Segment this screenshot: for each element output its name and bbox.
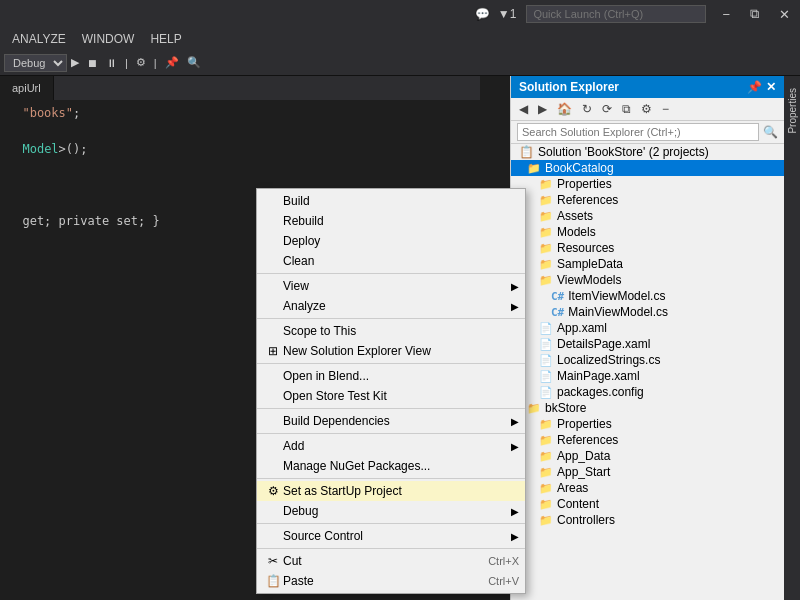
menu-help[interactable]: HELP (142, 30, 189, 48)
se-forward-btn[interactable]: ▶ (534, 100, 551, 118)
tree-item-resources[interactable]: 📁Resources (511, 240, 784, 256)
ctx-item-debug[interactable]: Debug▶ (257, 501, 525, 521)
se-search-input[interactable] (517, 123, 759, 141)
solution-explorer-title: Solution Explorer (519, 80, 619, 94)
tree-item-localizedstrings[interactable]: 📄LocalizedStrings.cs (511, 352, 784, 368)
ctx-label-build-deps: Build Dependencies (283, 414, 503, 428)
ctx-label-paste: Paste (283, 574, 472, 588)
menu-window[interactable]: WINDOW (74, 30, 143, 48)
quick-launch-input[interactable] (526, 5, 706, 23)
ctx-item-new-solution-explorer[interactable]: ⊞New Solution Explorer View (257, 341, 525, 361)
tree-label-controllers: Controllers (557, 513, 615, 527)
ctx-item-cut[interactable]: ✂CutCtrl+X (257, 551, 525, 571)
toolbar-pause[interactable]: ⏸ (102, 55, 121, 71)
ctx-item-scope[interactable]: Scope to This (257, 321, 525, 341)
toolbar-pin[interactable]: 📌 (161, 54, 183, 71)
se-back-btn[interactable]: ◀ (515, 100, 532, 118)
se-search: 🔍 (511, 121, 784, 144)
tree-item-appdata[interactable]: 📁App_Data (511, 448, 784, 464)
ctx-item-add[interactable]: Add▶ (257, 436, 525, 456)
tree-item-mainviewmodel[interactable]: C#MainViewModel.cs (511, 304, 784, 320)
ctx-item-open-blend[interactable]: Open in Blend... (257, 366, 525, 386)
ctx-item-clean[interactable]: Clean (257, 251, 525, 271)
toolbar-sep2: | (150, 55, 161, 71)
ctx-item-manage-nuget[interactable]: Manage NuGet Packages... (257, 456, 525, 476)
ctx-label-clean: Clean (283, 254, 519, 268)
tree-item-packages[interactable]: 📄packages.config (511, 384, 784, 400)
menu-analyze[interactable]: ANALYZE (4, 30, 74, 48)
tree-item-viewmodels[interactable]: 📁ViewModels (511, 272, 784, 288)
code-line-1: "books"; (8, 104, 472, 122)
se-pin-icon[interactable]: 📌 (747, 80, 762, 94)
ctx-item-paste[interactable]: 📋PasteCtrl+V (257, 571, 525, 591)
tree-item-solution[interactable]: 📋 Solution 'BookStore' (2 projects) (511, 144, 784, 160)
toolbar-settings[interactable]: ⚙ (132, 54, 150, 71)
se-tree[interactable]: 📋 Solution 'BookStore' (2 projects) 📁Boo… (511, 144, 784, 600)
ctx-arrow-analyze: ▶ (511, 301, 519, 312)
tree-item-properties[interactable]: 📁Properties (511, 176, 784, 192)
se-collapse-btn[interactable]: ⧉ (618, 100, 635, 118)
ctx-item-rebuild[interactable]: Rebuild (257, 211, 525, 231)
tree-label-assets: Assets (557, 209, 593, 223)
debug-dropdown[interactable]: Debug (4, 54, 67, 72)
tree-item-content[interactable]: 📁Content (511, 496, 784, 512)
ctx-item-source-control[interactable]: Source Control▶ (257, 526, 525, 546)
tree-label-mainviewmodel: MainViewModel.cs (568, 305, 668, 319)
se-sync-btn[interactable]: ↻ (578, 100, 596, 118)
toolbar-sep1: | (121, 55, 132, 71)
tree-item-references2[interactable]: 📁References (511, 432, 784, 448)
tree-icon-localizedstrings: 📄 (539, 354, 553, 367)
tree-label-references2: References (557, 433, 618, 447)
ctx-label-add: Add (283, 439, 503, 453)
ctx-item-analyze[interactable]: Analyze▶ (257, 296, 525, 316)
tree-item-properties2[interactable]: 📁Properties (511, 416, 784, 432)
restore-button[interactable]: ⧉ (742, 2, 767, 26)
ctx-item-build[interactable]: Build (257, 191, 525, 211)
tree-item-appxaml[interactable]: 📄App.xaml (511, 320, 784, 336)
close-button[interactable]: ✕ (771, 3, 798, 26)
tree-item-bkstore[interactable]: 📁bkStore (511, 400, 784, 416)
ctx-divider-after-source-control (257, 548, 525, 549)
se-home-btn[interactable]: 🏠 (553, 100, 576, 118)
ctx-item-view[interactable]: View▶ (257, 276, 525, 296)
ctx-arrow-view: ▶ (511, 281, 519, 292)
editor-tab-apiurl[interactable]: apiUrl (0, 76, 54, 100)
tree-item-models[interactable]: 📁Models (511, 224, 784, 240)
minimize-button[interactable]: − (714, 3, 738, 26)
tree-item-mainpage[interactable]: 📄MainPage.xaml (511, 368, 784, 384)
tree-item-bookcatalog[interactable]: 📁BookCatalog (511, 160, 784, 176)
ctx-item-build-deps[interactable]: Build Dependencies▶ (257, 411, 525, 431)
tree-label-resources: Resources (557, 241, 614, 255)
tree-item-controllers[interactable]: 📁Controllers (511, 512, 784, 528)
context-menu: BuildRebuildDeployCleanView▶Analyze▶Scop… (256, 188, 526, 594)
code-line-2 (8, 122, 472, 140)
tree-item-detailspage[interactable]: 📄DetailsPage.xaml (511, 336, 784, 352)
tree-label-appxaml: App.xaml (557, 321, 607, 335)
se-header-controls: 📌 ✕ (747, 80, 776, 94)
ctx-item-open-store[interactable]: Open Store Test Kit (257, 386, 525, 406)
tree-item-sampledata[interactable]: 📁SampleData (511, 256, 784, 272)
tree-label-areas: Areas (557, 481, 588, 495)
tree-icon-references: 📁 (539, 194, 553, 207)
tree-icon-properties: 📁 (539, 178, 553, 191)
tree-item-assets[interactable]: 📁Assets (511, 208, 784, 224)
ctx-item-startup[interactable]: ⚙Set as StartUp Project (257, 481, 525, 501)
se-close-icon[interactable]: ✕ (766, 80, 776, 94)
ctx-item-deploy[interactable]: Deploy (257, 231, 525, 251)
tree-item-itemviewmodel[interactable]: C#ItemViewModel.cs (511, 288, 784, 304)
toolbar-find[interactable]: 🔍 (183, 54, 205, 71)
tree-item-areas[interactable]: 📁Areas (511, 480, 784, 496)
toolbar-run[interactable]: ▶ (67, 54, 83, 71)
properties-label[interactable]: Properties (785, 84, 800, 138)
tree-label-references: References (557, 193, 618, 207)
tree-icon-detailspage: 📄 (539, 338, 553, 351)
tree-item-references[interactable]: 📁References (511, 192, 784, 208)
se-preview-btn[interactable]: − (658, 100, 673, 118)
tree-icon-appdata: 📁 (539, 450, 553, 463)
ctx-shortcut-cut: Ctrl+X (488, 555, 519, 567)
ctx-label-scope: Scope to This (283, 324, 519, 338)
tree-item-appstart[interactable]: 📁App_Start (511, 464, 784, 480)
toolbar-stop[interactable]: ⏹ (83, 55, 102, 71)
se-properties-btn[interactable]: ⚙ (637, 100, 656, 118)
se-refresh-btn[interactable]: ⟳ (598, 100, 616, 118)
